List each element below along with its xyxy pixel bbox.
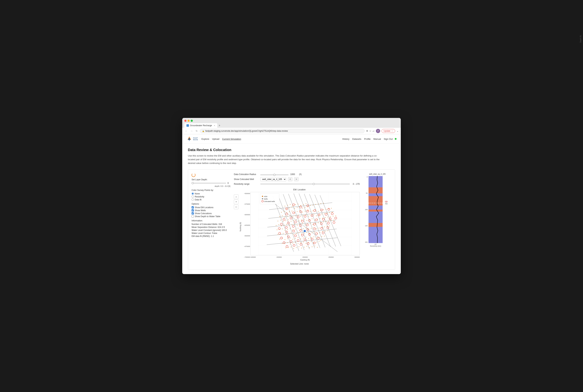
y-chart-tick-0: 0 [363, 176, 368, 178]
svg-point-190 [295, 238, 296, 239]
svg-point-121 [278, 224, 279, 225]
forward-button[interactable]: → [190, 129, 193, 133]
colocated-well-select[interactable]: well_cdwr_sa_4_105 well_cdwr_sa_4_106 we… [260, 177, 286, 181]
selected-well-marker[interactable] [303, 230, 306, 232]
show-depth-to-water-input[interactable] [192, 215, 194, 218]
maximize-traffic-light[interactable] [191, 120, 193, 122]
svg-point-103 [293, 220, 294, 221]
map-svg[interactable]: AEM Wells Colocated wells [250, 192, 360, 256]
svg-point-100 [286, 220, 286, 221]
app-nav: Explore Upload Current Simulation [201, 138, 241, 140]
svg-point-44 [294, 208, 295, 209]
minimize-traffic-light[interactable] [187, 120, 190, 122]
update-button[interactable]: Update ⋮ [382, 129, 395, 133]
svg-point-202 [282, 243, 283, 244]
svg-point-36 [295, 204, 296, 205]
layer-depth-slider[interactable] [192, 183, 226, 184]
traffic-lights [184, 120, 399, 122]
svg-point-115 [325, 217, 326, 218]
svg-point-224 [301, 248, 302, 248]
svg-line-18 [283, 194, 304, 250]
profile-avatar[interactable]: P [376, 129, 380, 133]
svg-point-79 [287, 216, 288, 216]
show-colocations-checkbox[interactable]: Show Colocations [192, 212, 230, 215]
map-home-button[interactable]: ⌂ [234, 194, 238, 199]
svg-point-222 [296, 247, 297, 248]
tab-close-icon[interactable]: ✕ [214, 124, 215, 126]
show-wells-input[interactable] [192, 209, 194, 212]
back-button[interactable]: ← [184, 129, 188, 133]
browser-menu-icon[interactable]: ⌄ [397, 130, 399, 132]
nav-explore[interactable]: Explore [201, 138, 209, 140]
svg-point-45 [297, 207, 297, 208]
radio-data-fit[interactable]: Data fit [192, 198, 230, 201]
prev-well-button[interactable]: < [288, 177, 292, 181]
show-colocations-input[interactable] [192, 212, 194, 214]
svg-point-147 [287, 229, 288, 230]
radio-datafit-input[interactable] [192, 198, 194, 201]
nav-history[interactable]: History [342, 138, 349, 140]
map-canvas[interactable]: AEM Wells Colocated wells 100000 150000 [250, 192, 360, 262]
svg-point-195 [308, 238, 309, 239]
browser-tab[interactable]: Groundwater Recharge ✕ [184, 123, 217, 128]
logo-icon [186, 136, 192, 142]
spinner-icon [192, 173, 195, 177]
bookmark-icon[interactable]: ☆ [369, 130, 372, 132]
svg-point-262 [299, 224, 301, 227]
svg-point-263 [306, 224, 308, 226]
svg-point-59 [289, 211, 290, 212]
svg-point-145 [282, 228, 283, 229]
svg-point-70 [318, 211, 319, 212]
set-layer-depth-label: Set Layer Depth: [192, 178, 230, 181]
svg-point-151 [298, 228, 298, 228]
show-em-locations-checkbox[interactable]: Show EM Locations [192, 206, 230, 209]
nav-upload[interactable]: Upload [212, 138, 219, 140]
new-tab-button[interactable]: + [219, 124, 220, 127]
resistivity-range-value: 3 – 270 [353, 183, 360, 185]
nav-manual[interactable]: Manual [373, 138, 381, 140]
y-tick-2: −575000 [242, 203, 250, 205]
layer-depth-value: 0 [227, 182, 230, 184]
nav-current-simulation[interactable]: Current Simulation [222, 138, 241, 140]
map-body-row: Northing (ft) −550000 −575000 −600000 −6… [239, 192, 360, 262]
app-header: FASTPATH Explore Upload Current Simulati… [182, 134, 401, 144]
svg-point-107 [304, 219, 305, 220]
radio-none-input[interactable] [192, 192, 194, 195]
svg-point-287 [311, 238, 313, 240]
show-colocated-well-label: Show Colocated Well [234, 178, 259, 180]
svg-point-93 [324, 213, 325, 214]
share-icon[interactable]: ⬆ [366, 130, 368, 132]
show-wells-checkbox[interactable]: Show Wells [192, 209, 230, 212]
address-bar[interactable]: 🔒 fastpath-staging.curvenote.dev/app/sim… [200, 129, 365, 133]
show-em-locations-input[interactable] [192, 206, 194, 208]
address-bar-row: ← → ↻ 🔒 fastpath-staging.curvenote.dev/a… [182, 128, 401, 134]
svg-point-120 [276, 225, 277, 226]
svg-point-267 [333, 222, 335, 224]
next-well-button[interactable]: > [294, 177, 299, 181]
nav-profile[interactable]: Profile [364, 138, 371, 140]
map-select-button[interactable]: □ [234, 205, 238, 209]
svg-point-268 [279, 232, 281, 234]
nav-datasets[interactable]: Datasets [352, 138, 361, 140]
resistivity-range-slider[interactable] [260, 184, 350, 184]
svg-point-215 [316, 242, 317, 242]
radio-resistivity[interactable]: Resistivity [192, 196, 230, 198]
radio-none[interactable]: None [192, 192, 230, 195]
y-chart-tick-50: 50 [363, 192, 368, 194]
svg-point-99 [283, 221, 284, 222]
radio-resistivity-input[interactable] [192, 196, 194, 198]
y-axis-ticks: −550000 −575000 −600000 −625000 −650000 … [242, 192, 250, 262]
logo-nav: FASTPATH Explore Upload Current Simulati… [186, 136, 241, 142]
map-zoom-button[interactable]: + [234, 200, 238, 204]
show-depth-to-water-label: Show Depth to Water Table [195, 215, 220, 218]
svg-point-140 [328, 221, 329, 222]
sidebar-icon[interactable]: ▱ [373, 130, 375, 132]
svg-point-54 [321, 203, 321, 204]
nav-sign-out[interactable]: Sign Out [384, 138, 393, 140]
colocation-radius-slider[interactable] [260, 174, 289, 175]
svg-point-255 [315, 219, 318, 221]
show-depth-to-water-checkbox[interactable]: Show Depth to Water Table [192, 215, 230, 218]
close-traffic-light[interactable] [184, 120, 186, 122]
svg-point-260 [285, 226, 287, 228]
reload-button[interactable]: ↻ [195, 129, 198, 133]
